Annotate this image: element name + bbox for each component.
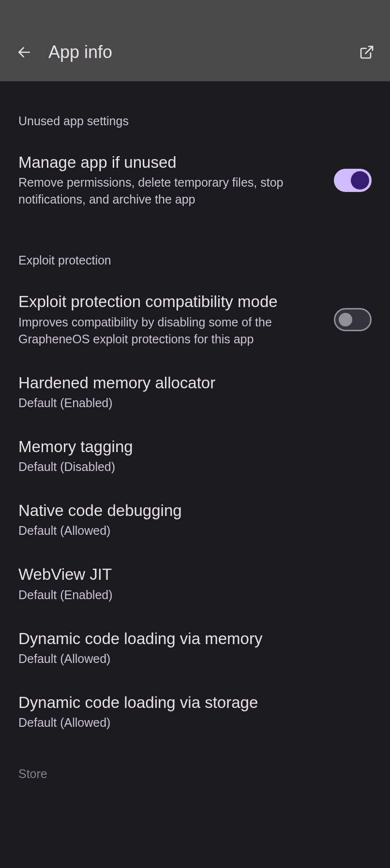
pref-summary: Default (Enabled) xyxy=(18,395,362,412)
pref-exploit-compat-mode[interactable]: Exploit protection compatibility mode Im… xyxy=(18,279,372,360)
app-bar: App info xyxy=(0,0,390,81)
toggle-knob xyxy=(351,171,369,190)
settings-content: Unused app settings Manage app if unused… xyxy=(0,81,390,781)
pref-hardened-allocator[interactable]: Hardened memory allocator Default (Enabl… xyxy=(18,360,372,424)
pref-summary: Default (Allowed) xyxy=(18,650,362,667)
back-button[interactable] xyxy=(14,42,35,63)
pref-summary: Improves compatibility by disabling some… xyxy=(18,314,324,348)
pref-text: Native code debugging Default (Allowed) xyxy=(18,500,372,539)
pref-text: Dynamic code loading via storage Default… xyxy=(18,692,372,731)
pref-title: Dynamic code loading via storage xyxy=(18,692,362,712)
pref-text: Manage app if unused Remove permissions,… xyxy=(18,152,334,208)
open-external-button[interactable] xyxy=(357,43,376,62)
section-unused-apps: Unused app settings xyxy=(18,81,372,140)
pref-dcl-memory[interactable]: Dynamic code loading via memory Default … xyxy=(18,616,372,680)
toggle-exploit-compat-mode[interactable] xyxy=(334,308,372,331)
pref-text: Dynamic code loading via memory Default … xyxy=(18,629,372,667)
pref-dcl-storage[interactable]: Dynamic code loading via storage Default… xyxy=(18,680,372,744)
pref-native-code-debugging[interactable]: Native code debugging Default (Allowed) xyxy=(18,488,372,552)
pref-memory-tagging[interactable]: Memory tagging Default (Disabled) xyxy=(18,424,372,488)
open-in-new-icon xyxy=(359,44,375,60)
pref-summary: Default (Disabled) xyxy=(18,458,362,475)
section-store: Store xyxy=(18,744,372,781)
pref-title: Manage app if unused xyxy=(18,152,324,172)
pref-summary: Remove permissions, delete temporary fil… xyxy=(18,174,324,208)
pref-title: Exploit protection compatibility mode xyxy=(18,292,324,311)
pref-summary: Default (Enabled) xyxy=(18,587,362,603)
pref-title: Memory tagging xyxy=(18,437,362,456)
svg-line-1 xyxy=(365,46,373,54)
pref-manage-if-unused[interactable]: Manage app if unused Remove permissions,… xyxy=(18,140,372,221)
pref-summary: Default (Allowed) xyxy=(18,714,362,731)
pref-title: WebView JIT xyxy=(18,564,362,584)
arrow-back-icon xyxy=(16,44,32,60)
pref-text: WebView JIT Default (Enabled) xyxy=(18,564,372,603)
page-title: App info xyxy=(48,42,357,62)
pref-text: Memory tagging Default (Disabled) xyxy=(18,437,372,475)
pref-webview-jit[interactable]: WebView JIT Default (Enabled) xyxy=(18,552,372,616)
pref-summary: Default (Allowed) xyxy=(18,522,362,539)
section-exploit-protection: Exploit protection xyxy=(18,221,372,279)
toggle-knob xyxy=(339,313,352,326)
pref-title: Dynamic code loading via memory xyxy=(18,629,362,648)
pref-title: Hardened memory allocator xyxy=(18,373,362,393)
toggle-manage-if-unused[interactable] xyxy=(334,169,372,192)
pref-text: Exploit protection compatibility mode Im… xyxy=(18,292,334,347)
pref-title: Native code debugging xyxy=(18,500,362,520)
pref-text: Hardened memory allocator Default (Enabl… xyxy=(18,373,372,412)
